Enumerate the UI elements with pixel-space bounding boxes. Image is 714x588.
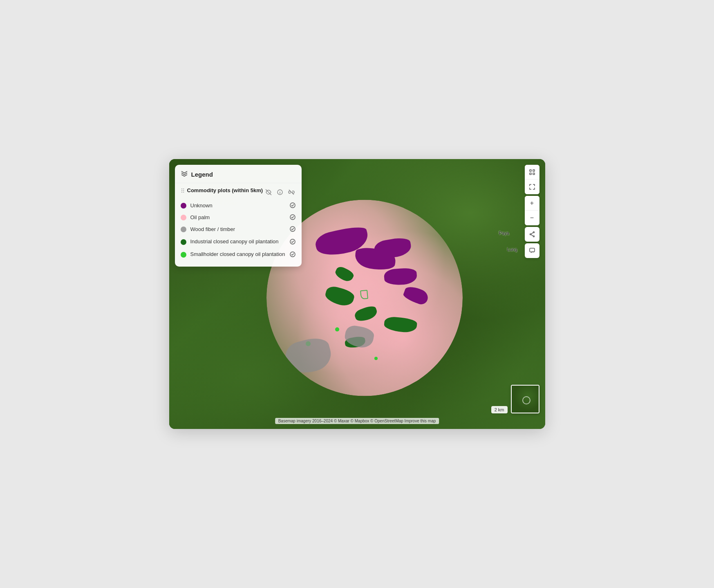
view-controls-group — [525, 165, 539, 194]
industrial-check[interactable] — [289, 238, 296, 246]
wood-fiber-dot — [181, 227, 186, 232]
zoom-out-button[interactable]: − — [525, 211, 539, 225]
legend-item-industrial: Industrial closed canopy oil plantation — [181, 236, 296, 248]
svg-rect-1 — [533, 170, 535, 171]
info-button[interactable] — [275, 188, 284, 197]
map-label-lung: Lung — [507, 247, 517, 252]
mini-map[interactable] — [511, 385, 539, 413]
industrial-blob-3 — [384, 316, 418, 333]
mini-map-image — [512, 386, 539, 413]
legend-panel: Legend ⠿ Commodity plots (within 5km) — [175, 165, 302, 267]
oil-palm-check[interactable] — [289, 214, 296, 222]
layer-title-text: Commodity plots (within 5km) — [187, 187, 263, 194]
smallholder-blob-3 — [374, 357, 378, 360]
fit-view-button[interactable] — [525, 165, 539, 180]
zoom-controls-group: + − — [525, 196, 539, 225]
unknown-blob-3 — [383, 267, 417, 286]
legend-item-smallholder: Smallholder closed canopy oil plantation — [181, 248, 296, 261]
zoom-in-button[interactable]: + — [525, 196, 539, 211]
unknown-label: Unknown — [190, 202, 213, 209]
map-label-paya: Paya — [499, 231, 509, 236]
unlink-button[interactable] — [287, 188, 296, 197]
legend-items: Unknown Oil palm — [181, 200, 296, 261]
wood-fiber-check[interactable] — [289, 226, 296, 233]
layers-icon — [181, 170, 188, 179]
unknown-dot — [181, 203, 186, 209]
comment-button[interactable] — [525, 243, 539, 258]
eye-off-button[interactable] — [264, 188, 273, 197]
svg-rect-2 — [530, 173, 531, 175]
svg-point-6 — [530, 234, 531, 235]
industrial-label: Industrial closed canopy oil plantation — [190, 238, 279, 245]
layer-actions — [264, 188, 296, 197]
unknown-check[interactable] — [289, 202, 296, 210]
unknown-blob-4 — [402, 284, 430, 306]
industrial-blob-2 — [353, 304, 378, 323]
svg-rect-0 — [530, 170, 531, 171]
industrial-blob-5 — [333, 265, 355, 283]
wood-fiber-label: Wood fiber / timber — [190, 226, 235, 233]
map-controls: + − — [525, 165, 539, 258]
legend-body: ⠿ Commodity plots (within 5km) — [175, 183, 302, 267]
svg-rect-9 — [530, 248, 535, 252]
svg-point-4 — [533, 232, 534, 233]
scale-label: 2 km — [495, 407, 504, 412]
legend-item-wood-fiber: Wood fiber / timber — [181, 224, 296, 236]
oil-palm-dot — [181, 215, 186, 220]
map-attribution: Basemap imagery 2016–2024 © Maxar © Mapb… — [275, 418, 439, 424]
location-marker — [360, 290, 368, 299]
drag-handle-icon[interactable]: ⠿ — [181, 188, 185, 194]
layer-title-area: ⠿ Commodity plots (within 5km) — [181, 187, 263, 194]
svg-line-8 — [531, 235, 533, 236]
legend-item-oil-palm: Oil palm — [181, 212, 296, 224]
map-container[interactable]: Paya Lung — [169, 159, 545, 429]
layer-section-header: ⠿ Commodity plots (within 5km) — [181, 187, 296, 197]
legend-item-unknown: Unknown — [181, 200, 296, 212]
smallholder-dot — [181, 252, 186, 258]
scale-bar: 2 km — [491, 406, 508, 413]
share-button[interactable] — [525, 227, 539, 242]
svg-rect-3 — [533, 173, 535, 175]
svg-point-5 — [533, 236, 534, 237]
smallholder-check[interactable] — [289, 251, 296, 259]
smallholder-blob-2 — [335, 328, 339, 332]
oil-palm-label: Oil palm — [190, 214, 210, 221]
svg-line-12 — [289, 190, 294, 195]
smallholder-label: Smallholder closed canopy oil plantation — [190, 251, 285, 258]
main-window: Paya Lung — [169, 159, 545, 429]
industrial-blob-1 — [324, 285, 356, 308]
svg-line-7 — [531, 233, 533, 234]
fullscreen-button[interactable] — [525, 180, 539, 194]
legend-title: Legend — [191, 171, 213, 178]
mini-map-indicator — [522, 396, 530, 404]
industrial-dot — [181, 239, 186, 245]
legend-header: Legend — [175, 165, 302, 183]
